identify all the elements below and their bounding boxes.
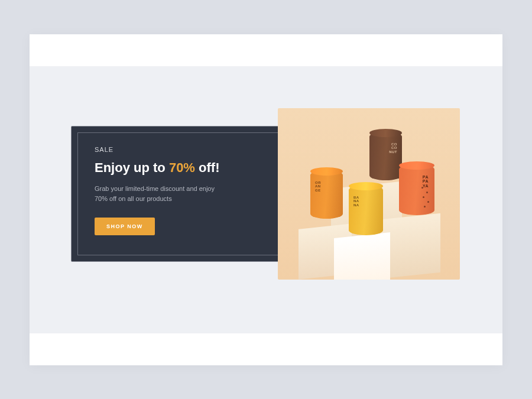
product-can-banana: BANANA — [349, 185, 383, 235]
headline-highlight: 70% — [169, 160, 195, 175]
product-hero-image: COCONUT ORANGE PAPAYA BANANA — [278, 108, 460, 280]
can-dots-icon — [420, 186, 431, 209]
promo-eyebrow: SALE — [95, 146, 272, 153]
can-label-coconut: COCONUT — [389, 142, 397, 154]
headline-suffix: off! — [195, 160, 220, 175]
promo-card: SALE Enjoy up to 70% off! Grab your limi… — [71, 126, 296, 262]
product-can-coconut: COCONUT — [369, 132, 402, 180]
promo-subcopy: Grab your limited-time discount and enjo… — [95, 184, 225, 205]
headline-prefix: Enjoy up to — [95, 160, 169, 175]
can-label-orange: ORANGE — [315, 181, 321, 193]
promo-inner: SALE Enjoy up to 70% off! Grab your limi… — [77, 132, 289, 255]
pedestal-right — [381, 213, 440, 278]
shop-now-button[interactable]: SHOP NOW — [95, 218, 155, 235]
product-can-papaya: PAPAYA — [399, 164, 434, 215]
can-label-banana: BANANA — [353, 196, 359, 207]
pedestal-front — [334, 232, 390, 280]
product-can-orange: ORANGE — [310, 170, 343, 219]
promo-headline: Enjoy up to 70% off! — [95, 160, 272, 176]
page-frame: SALE Enjoy up to 70% off! Grab your limi… — [30, 34, 502, 365]
